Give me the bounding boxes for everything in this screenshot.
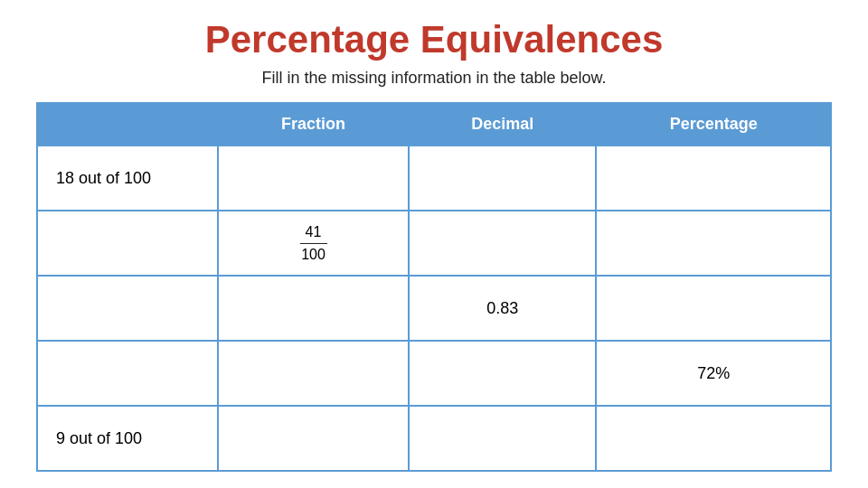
table-header-row: Fraction Decimal Percentage <box>37 103 831 145</box>
row5-col3 <box>409 406 596 471</box>
table-row: 41 100 <box>37 211 831 276</box>
row3-col1 <box>37 276 218 341</box>
row3-col2 <box>218 276 409 341</box>
row3-col3: 0.83 <box>409 276 596 341</box>
row4-col1 <box>37 341 218 406</box>
row4-col3 <box>409 341 596 406</box>
row2-col4 <box>596 211 831 276</box>
row2-col3 <box>409 211 596 276</box>
row5-col4 <box>596 406 831 471</box>
fraction-numerator: 41 <box>300 223 327 243</box>
fraction-denominator: 100 <box>300 246 327 263</box>
col-header-fraction: Fraction <box>218 103 409 145</box>
row4-col2 <box>218 341 409 406</box>
fraction-display: 41 100 <box>237 223 390 262</box>
row5-col1: 9 out of 100 <box>37 406 218 471</box>
row1-col4 <box>596 145 831 211</box>
row1-col2 <box>218 145 409 211</box>
row1-col3 <box>409 145 596 211</box>
table-row: 18 out of 100 <box>37 145 831 211</box>
table-wrapper: Fraction Decimal Percentage 18 out of 10… <box>36 102 832 472</box>
table-row: 9 out of 100 <box>37 406 831 471</box>
col-header-decimal: Decimal <box>409 103 596 145</box>
row2-col2-fraction: 41 100 <box>218 211 409 276</box>
row5-col2 <box>218 406 409 471</box>
table-row: 0.83 <box>37 276 831 341</box>
row2-col1 <box>37 211 218 276</box>
row1-col1: 18 out of 100 <box>37 145 218 211</box>
col-header-percentage: Percentage <box>596 103 831 145</box>
page-title: Percentage Equivalences <box>205 18 664 61</box>
row3-col4 <box>596 276 831 341</box>
table-row: 72% <box>37 341 831 406</box>
row4-col4: 72% <box>596 341 831 406</box>
page-subtitle: Fill in the missing information in the t… <box>261 69 606 88</box>
col-header-description <box>37 103 218 145</box>
equivalences-table: Fraction Decimal Percentage 18 out of 10… <box>36 102 832 472</box>
